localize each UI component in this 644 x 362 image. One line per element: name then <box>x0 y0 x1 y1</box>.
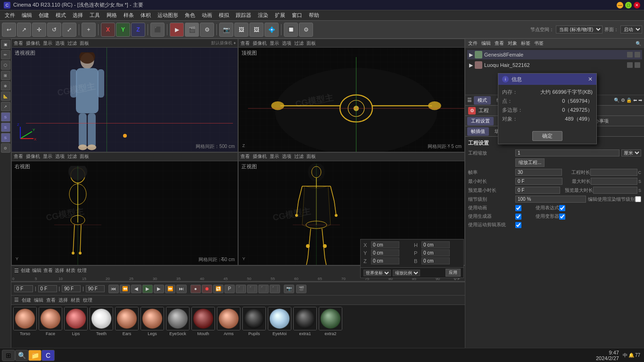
maximize-button[interactable]: □ <box>625 2 632 8</box>
tl-record-pos[interactable]: ● <box>190 285 201 293</box>
taskbar-notify[interactable]: 🔔 <box>628 353 634 358</box>
vp2-options[interactable]: 选项 <box>282 40 291 47</box>
vp1-display[interactable]: 显示 <box>43 40 52 47</box>
mat-item-mouth[interactable]: Mouth <box>191 307 215 341</box>
tl-tab-materials[interactable]: 材质 <box>66 267 75 274</box>
tl-snap[interactable]: 📷 <box>284 285 294 293</box>
render-region[interactable]: 🖼 <box>234 23 248 37</box>
om-tab-bookmark[interactable]: 书签 <box>534 40 544 47</box>
tl-frame-start[interactable] <box>38 285 57 292</box>
menu-tools[interactable]: 工具 <box>87 11 103 20</box>
tl-prev-key[interactable]: ⏪ <box>120 285 130 293</box>
tool-scale[interactable]: ⤢ <box>62 23 76 37</box>
taskbar-c4d[interactable]: C <box>41 350 55 361</box>
mat-item-face[interactable]: Face <box>39 307 62 341</box>
tl-loop[interactable]: 🔁 <box>213 285 223 293</box>
menu-select[interactable]: 选择 <box>70 11 86 20</box>
menu-render[interactable]: 渲染 <box>255 11 271 20</box>
vp4-filter[interactable]: 过滤 <box>294 153 304 160</box>
menu-file[interactable]: 文件 <box>2 11 18 20</box>
vp1-panel[interactable]: 面板 <box>80 40 89 47</box>
menu-extend[interactable]: 扩展 <box>272 11 288 20</box>
prop-maxtime-input[interactable] <box>591 178 638 185</box>
mat-tab-select[interactable]: 选择 <box>58 297 68 304</box>
sub-tab-frame[interactable]: 帧插值 <box>467 127 489 136</box>
render-viewport[interactable]: ▶ <box>170 23 184 37</box>
tl-tab-select[interactable]: 选择 <box>55 267 64 274</box>
om-tab-view[interactable]: 查看 <box>495 40 504 47</box>
menu-tracker[interactable]: 跟踪器 <box>233 11 254 20</box>
menu-help[interactable]: 帮助 <box>306 11 322 20</box>
vp2-view[interactable]: 查看 <box>240 40 250 47</box>
prop-anim-check[interactable] <box>515 205 521 211</box>
tool-select[interactable]: ↗ <box>17 23 31 37</box>
coord-scale-select[interactable]: 缩放比例 <box>393 270 420 276</box>
coord-x-input[interactable] <box>371 241 399 248</box>
mat-tab-material[interactable]: 材质 <box>71 297 80 304</box>
camera-perspective[interactable]: 📷 <box>219 23 233 37</box>
mat-item-arms[interactable]: Arms <box>217 307 240 341</box>
viewport-top[interactable]: 查看 摄像机 显示 选项 过滤 面板 <box>238 39 465 152</box>
object-item-genesis[interactable]: ▶ Genesis8Female <box>467 50 642 59</box>
tool-bend[interactable]: ↗ <box>1 102 10 111</box>
minimize-button[interactable]: — <box>617 2 623 8</box>
tool-measure[interactable]: 📐 <box>1 91 10 101</box>
vp1-options[interactable]: 选项 <box>55 40 65 47</box>
vp3-canvas[interactable]: Y Z <box>12 161 238 265</box>
vp1-filter[interactable]: 过滤 <box>67 40 77 47</box>
tl-motion-path[interactable]: P <box>224 285 235 293</box>
vp2-camera[interactable]: 摄像机 <box>253 40 267 47</box>
coord-p-input[interactable] <box>421 249 450 256</box>
prop-expr-check[interactable] <box>559 205 565 211</box>
menu-volume[interactable]: 体积 <box>138 11 154 20</box>
snap-settings[interactable]: ⚙ <box>299 23 313 37</box>
hair-vis-2[interactable] <box>635 62 640 68</box>
info-close-button[interactable]: ✕ <box>588 76 593 82</box>
axis-z[interactable]: Z <box>131 23 145 37</box>
menu-simulate[interactable]: 模拟 <box>216 11 232 20</box>
coord-b-input[interactable] <box>421 257 450 264</box>
tl-next-key[interactable]: ⏩ <box>165 285 175 293</box>
prop-scale-input[interactable] <box>515 149 619 156</box>
menu-spline[interactable]: 样条 <box>121 11 137 20</box>
prop-menu-icon[interactable]: ☰ <box>467 97 472 103</box>
mat-item-extra2[interactable]: extra2 <box>319 307 342 341</box>
timeline-menu-icon[interactable]: ☰ <box>14 268 19 274</box>
viewport-right[interactable]: 查看 摄像机 显示 选项 过滤 面板 <box>11 152 238 266</box>
menu-animate[interactable]: 动画 <box>199 11 215 20</box>
material-reflect[interactable]: 💠 <box>264 23 279 37</box>
prop-fps-input[interactable] <box>515 169 562 176</box>
vp1-view[interactable]: 查看 <box>14 40 23 47</box>
menu-edit[interactable]: 编辑 <box>19 11 35 20</box>
tool-paint[interactable]: ✏ <box>1 50 10 59</box>
tool-sculpt[interactable]: ⬡ <box>1 60 10 70</box>
genesis-expand[interactable]: ▶ <box>469 52 473 58</box>
genesis-vis-1[interactable] <box>627 52 633 58</box>
vp4-panel[interactable]: 面板 <box>306 153 316 160</box>
mat-tab-texture[interactable]: 纹理 <box>83 297 92 304</box>
om-tab-object[interactable]: 对象 <box>508 40 517 47</box>
tl-tab-create[interactable]: 创建 <box>21 267 30 274</box>
tl-play[interactable]: ▶ <box>142 285 153 293</box>
tl-to-end[interactable]: ⏭ <box>176 285 187 293</box>
vp2-panel[interactable]: 面板 <box>306 40 316 47</box>
hair-expand[interactable]: ▶ <box>469 62 473 68</box>
tool-uv[interactable]: ⊞ <box>1 71 10 80</box>
node-space-select[interactable]: 当前 (标准/物理) <box>556 25 603 33</box>
tl-next-frame[interactable]: ▶ <box>154 285 164 293</box>
undo-button[interactable]: ↩ <box>2 23 16 37</box>
vp3-options[interactable]: 选项 <box>55 153 65 160</box>
menu-window[interactable]: 窗口 <box>289 11 305 20</box>
mat-item-pupils[interactable]: Pupils <box>242 307 266 341</box>
coord-world-select[interactable]: 世界坐标 <box>363 270 391 276</box>
prop-scale-project-btn[interactable]: 缩放工程... <box>515 158 545 167</box>
om-tab-edit[interactable]: 编辑 <box>481 40 491 47</box>
tl-to-start[interactable]: ⏮ <box>108 285 119 293</box>
tool-rotate[interactable]: ↺ <box>47 23 61 37</box>
axis-x[interactable]: X <box>101 23 115 37</box>
menu-character[interactable]: 角色 <box>182 11 198 20</box>
tl-options4[interactable]: ⬛ <box>270 285 280 293</box>
vp1-camera[interactable]: 摄像机 <box>26 40 40 47</box>
prop-duration-input[interactable] <box>590 169 637 176</box>
mat-item-lips[interactable]: Lips <box>64 307 88 341</box>
